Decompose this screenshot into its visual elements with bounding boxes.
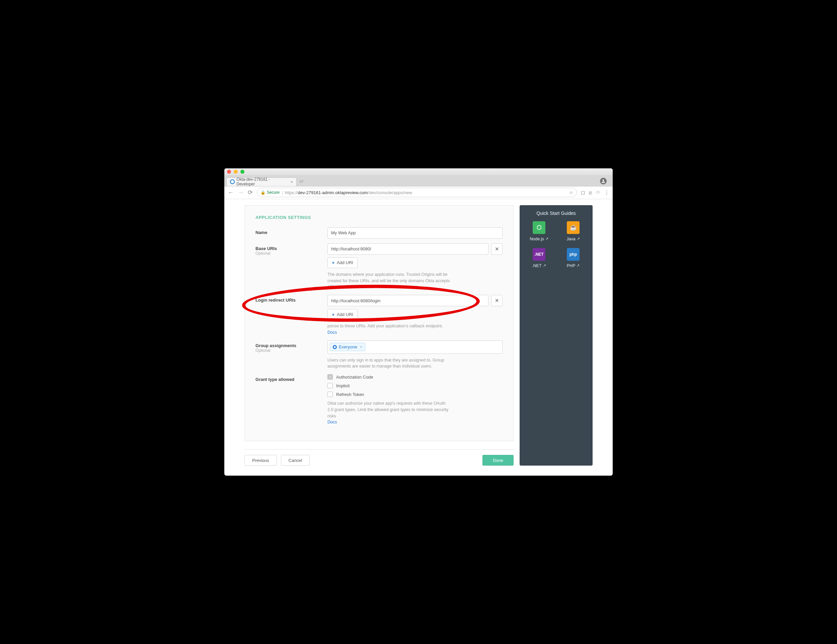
guide-php[interactable]: php PHP↗ [558, 248, 589, 268]
guide-nodejs[interactable]: ⬡ Node.js↗ [524, 221, 555, 241]
quick-start-sidebar: Quick Start Guides ⬡ Node.js↗ ☕ Java↗ .N… [520, 205, 592, 465]
reload-button[interactable]: ⟳ [248, 189, 253, 196]
grant-opt-label: Implicit [336, 383, 350, 388]
tab-strip: Okta-dev-279161 - Developer × ▱ [224, 176, 613, 187]
php-icon: php [567, 248, 579, 261]
section-title: APPLICATION SETTINGS [256, 215, 502, 220]
add-uri-label: Add URI [337, 260, 353, 265]
field-grant-type: Grant type allowed ✓ Authorization Code … [256, 374, 502, 425]
groups-help: Users can only sign in to apps that they… [327, 357, 451, 370]
grant-auth-code[interactable]: ✓ Authorization Code [327, 374, 502, 380]
group-radio-icon [333, 345, 337, 349]
traffic-lights [227, 170, 245, 174]
url-text: https://dev-279161-admin.oktapreview.com… [285, 190, 412, 195]
extension-icon[interactable]: ◻ [581, 190, 585, 195]
forward-button[interactable]: → [238, 189, 244, 196]
new-tab-button[interactable]: ▱ [297, 178, 306, 184]
name-input[interactable] [327, 227, 502, 239]
add-login-redirect-button[interactable]: + Add URI [327, 309, 358, 320]
plus-icon: + [332, 311, 335, 317]
external-link-icon: ↗ [543, 264, 546, 268]
application-settings-panel: APPLICATION SETTINGS Name Base URIs Opti… [245, 205, 514, 441]
browser-tab[interactable]: Okta-dev-279161 - Developer × [226, 177, 297, 186]
login-redirect-input[interactable] [327, 295, 489, 306]
mac-titlebar [224, 168, 613, 176]
login-redirect-label: Login redirect URIs [256, 295, 327, 336]
base-uris-help: The domains where your application runs.… [327, 272, 451, 290]
grant-opt-label: Authorization Code [336, 375, 373, 380]
guide-java[interactable]: ☕ Java↗ [558, 221, 589, 241]
field-group-assignments: Group assignments Optional Everyone × [256, 341, 502, 370]
guide-label: PHP [567, 264, 576, 268]
close-window-icon[interactable] [227, 170, 231, 174]
remove-base-uri-button[interactable]: ✕ [491, 243, 502, 255]
guide-label: Java [566, 237, 575, 241]
tab-title: Okta-dev-279161 - Developer [237, 177, 287, 187]
browser-toolbar: ← → ⟳ 🔒 Secure | https://dev-279161-admi… [224, 187, 613, 199]
add-uri-label: Add URI [337, 312, 353, 317]
checkbox-icon [327, 392, 333, 397]
grant-implicit[interactable]: Implicit [327, 383, 502, 388]
name-label: Name [256, 227, 327, 239]
svg-point-0 [602, 179, 604, 181]
menu-icon[interactable]: ⋮ [604, 190, 609, 195]
base-uris-label: Base URIs [256, 246, 277, 251]
guide-dotnet[interactable]: .NET .NET↗ [524, 248, 555, 268]
grant-label: Grant type allowed [256, 374, 327, 425]
grant-refresh-token[interactable]: Refresh Token [327, 392, 502, 397]
external-link-icon: ↗ [545, 237, 548, 241]
grant-docs-link[interactable]: Docs [327, 420, 337, 424]
checkbox-checked-icon: ✓ [327, 374, 333, 380]
sidebar-title: Quick Start Guides [520, 211, 592, 216]
action-bar: Previous Cancel Done [245, 455, 514, 465]
group-chip-label: Everyone [339, 344, 357, 349]
guide-label: .NET [532, 264, 542, 268]
external-link-icon: ↗ [577, 237, 580, 241]
field-base-uris: Base URIs Optional ✕ + Add URI [256, 243, 502, 290]
field-name: Name [256, 227, 502, 239]
remove-chip-icon[interactable]: × [360, 345, 362, 349]
back-button[interactable]: ← [228, 189, 234, 196]
login-redirect-help: ponse to these URIs. Add your applicatio… [327, 323, 451, 336]
dotnet-icon: .NET [533, 248, 545, 261]
secure-lock-icon: 🔒 Secure [261, 190, 279, 195]
base-uri-input[interactable] [327, 243, 489, 255]
remove-login-redirect-button[interactable]: ✕ [491, 295, 502, 306]
checkbox-icon [327, 383, 333, 388]
grant-help: Okta can authorize your native app's req… [327, 400, 451, 425]
bookmark-star-icon[interactable]: ☆ [569, 190, 573, 195]
zoom-window-icon[interactable] [240, 170, 245, 174]
okta-favicon-icon [230, 179, 235, 184]
group-chip-everyone[interactable]: Everyone × [330, 343, 365, 351]
plus-icon: + [332, 260, 335, 265]
secure-label: Secure [267, 190, 279, 195]
groups-label: Group assignments [256, 343, 296, 348]
extension-icons: ◻ ⎚ ⟳ ⋮ [581, 190, 609, 195]
browser-window: Okta-dev-279161 - Developer × ▱ ← → ⟳ 🔒 … [224, 168, 613, 476]
nodejs-icon: ⬡ [533, 221, 545, 234]
cast-icon[interactable]: ⎚ [589, 190, 592, 195]
base-uris-docs-link[interactable]: Docs [356, 285, 365, 289]
guide-label: Node.js [530, 237, 544, 241]
external-link-icon: ↗ [576, 264, 579, 268]
grant-opt-label: Refresh Token [336, 392, 364, 397]
previous-button[interactable]: Previous [245, 455, 277, 465]
close-tab-icon[interactable]: × [290, 179, 293, 184]
done-button[interactable]: Done [483, 455, 514, 465]
groups-sublabel: Optional [256, 348, 327, 353]
login-redirect-docs-link[interactable]: Docs [327, 330, 337, 335]
minimize-window-icon[interactable] [234, 170, 238, 174]
profile-avatar-icon[interactable] [600, 178, 607, 184]
address-bar[interactable]: 🔒 Secure | https://dev-279161-admin.okta… [257, 188, 577, 197]
field-login-redirect: Login redirect URIs ✕ + Add URI [256, 295, 502, 336]
cancel-button[interactable]: Cancel [281, 455, 310, 465]
java-icon: ☕ [567, 221, 579, 234]
add-base-uri-button[interactable]: + Add URI [327, 257, 358, 268]
groups-input[interactable]: Everyone × [327, 341, 502, 354]
sync-icon[interactable]: ⟳ [596, 190, 600, 195]
page-content: APPLICATION SETTINGS Name Base URIs Opti… [224, 199, 613, 476]
base-uris-sublabel: Optional [256, 251, 327, 256]
